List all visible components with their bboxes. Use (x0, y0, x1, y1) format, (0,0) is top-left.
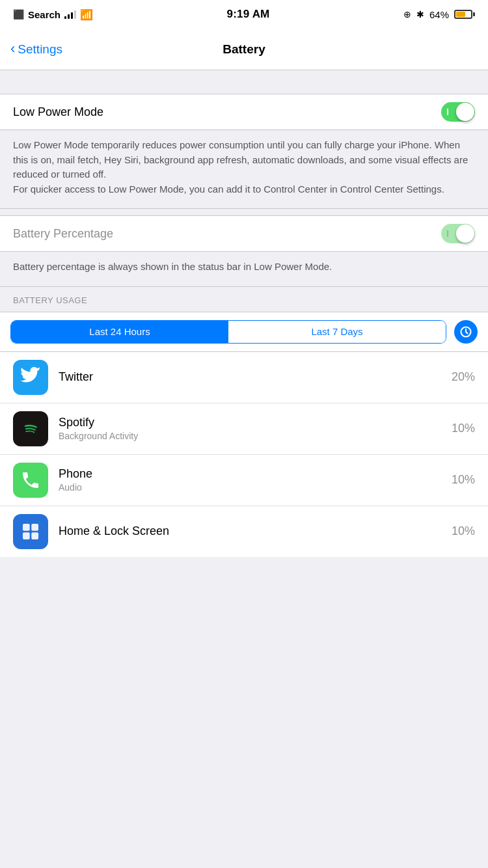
spotify-app-name: Spotify (59, 416, 452, 429)
svg-rect-3 (31, 524, 38, 531)
battery-toggle-knob (456, 224, 474, 243)
app-icon-status: ⬛ (13, 9, 24, 20)
twitter-usage-percent: 20% (452, 370, 475, 384)
signal-icon (64, 10, 76, 19)
time-range-container: Last 24 Hours Last 7 Days (0, 312, 488, 352)
back-label: Settings (18, 42, 62, 57)
homescreen-app-name: Home & Lock Screen (59, 524, 452, 538)
spotify-usage-percent: 10% (452, 422, 475, 435)
status-left: ⬛ Search 📶 (13, 8, 93, 21)
battery-percentage-section: Battery Percentage I (0, 215, 488, 252)
app-row-phone[interactable]: Phone Audio 10% (0, 455, 488, 506)
battery-percent-label: 64% (429, 9, 449, 20)
status-right: ⊕ ✱ 64% (403, 9, 475, 20)
nav-bar: ‹ Settings Battery (0, 29, 488, 70)
toggle-on-indicator: I (446, 107, 449, 117)
battery-percentage-description: Battery percentage is always shown in th… (0, 252, 488, 287)
segment-24h-label: Last 24 Hours (89, 326, 150, 337)
location-icon: ⊕ (403, 9, 411, 20)
phone-app-sub: Audio (59, 482, 452, 493)
phone-usage-percent: 10% (452, 473, 475, 487)
segment-24h[interactable]: Last 24 Hours (11, 321, 228, 343)
clock-icon (459, 325, 472, 338)
svg-rect-4 (23, 532, 30, 539)
battery-usage-header-label: BATTERY USAGE (13, 295, 87, 305)
section-gap-top (0, 70, 488, 94)
battery-percentage-toggle[interactable]: I (441, 224, 475, 243)
status-time: 9:19 AM (227, 8, 270, 21)
app-usage-list: Twitter 20% Spotify Background Activity … (0, 352, 488, 557)
low-power-mode-row: Low Power Mode I (0, 94, 488, 129)
app-row-twitter[interactable]: Twitter 20% (0, 352, 488, 403)
low-power-mode-toggle[interactable]: I (441, 102, 475, 122)
phone-app-icon (13, 463, 48, 498)
battery-percentage-row: Battery Percentage I (0, 216, 488, 251)
homescreen-app-icon (13, 514, 48, 549)
low-power-mode-section: Low Power Mode I (0, 94, 488, 130)
carrier-label: Search (28, 9, 61, 20)
homescreen-usage-percent: 10% (452, 524, 475, 538)
clock-button[interactable] (454, 320, 478, 344)
spotify-app-icon (13, 411, 48, 446)
toggle-knob (456, 103, 474, 121)
wifi-icon: 📶 (80, 8, 93, 21)
spotify-app-info: Spotify Background Activity (59, 416, 452, 441)
page-title: Battery (223, 42, 265, 57)
low-power-mode-label: Low Power Mode (13, 105, 103, 119)
app-row-homescreen[interactable]: Home & Lock Screen 10% (0, 506, 488, 557)
back-chevron-icon: ‹ (10, 42, 15, 56)
svg-rect-5 (31, 532, 38, 539)
battery-percentage-description-text: Battery percentage is always shown in th… (13, 260, 475, 275)
bluetooth-icon: ✱ (416, 9, 424, 20)
back-button[interactable]: ‹ Settings (10, 42, 62, 57)
segment-7d-label: Last 7 Days (311, 326, 362, 337)
twitter-app-name: Twitter (59, 370, 452, 384)
segment-7d[interactable]: Last 7 Days (228, 321, 446, 343)
twitter-app-info: Twitter (59, 370, 452, 384)
section-gap-mid (0, 209, 488, 215)
spotify-app-sub: Background Activity (59, 431, 452, 441)
battery-toggle-on-indicator: I (446, 228, 449, 239)
battery-icon (454, 10, 475, 19)
time-range-segmented-control[interactable]: Last 24 Hours Last 7 Days (10, 320, 446, 344)
phone-app-info: Phone Audio (59, 467, 452, 493)
battery-usage-header: BATTERY USAGE (0, 287, 488, 312)
phone-app-name: Phone (59, 467, 452, 481)
battery-percentage-label: Battery Percentage (13, 227, 113, 241)
twitter-app-icon (13, 360, 48, 395)
svg-rect-2 (23, 524, 30, 531)
app-row-spotify[interactable]: Spotify Background Activity 10% (0, 403, 488, 455)
low-power-mode-description-text: Low Power Mode temporarily reduces power… (13, 138, 475, 197)
homescreen-app-info: Home & Lock Screen (59, 524, 452, 538)
low-power-mode-description: Low Power Mode temporarily reduces power… (0, 130, 488, 209)
status-bar: ⬛ Search 📶 9:19 AM ⊕ ✱ 64% (0, 0, 488, 29)
